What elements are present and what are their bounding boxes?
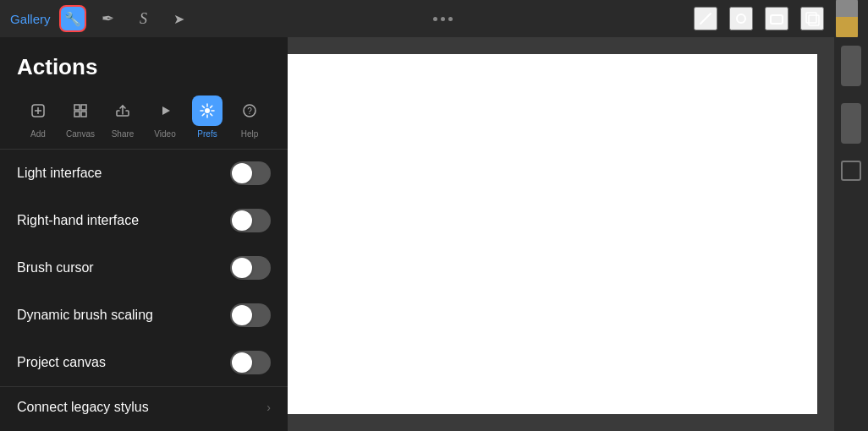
connect-stylus-item[interactable]: Connect legacy stylus › — [0, 387, 288, 428]
toggle-section: Light interface Right-hand interface Bru… — [0, 149, 288, 386]
canvas-tab-icon — [65, 95, 96, 126]
pen-tool-button[interactable] — [694, 7, 717, 30]
help-tab-label: Help — [241, 129, 259, 139]
canvas-area[interactable] — [288, 37, 834, 431]
tab-help[interactable]: ? Help — [228, 95, 271, 139]
svg-rect-4 — [809, 15, 819, 25]
brush-cursor-item: Brush cursor — [0, 244, 288, 292]
svg-line-0 — [700, 14, 711, 24]
svg-rect-8 — [74, 105, 80, 110]
prefs-tab-icon — [192, 95, 222, 126]
light-interface-item: Light interface — [0, 150, 288, 197]
brush-size-handle[interactable] — [841, 46, 861, 86]
svg-rect-2 — [771, 15, 783, 24]
light-interface-label: Light interface — [17, 166, 102, 181]
transform-button[interactable]: ➤ — [166, 5, 193, 32]
toolbar-right — [694, 0, 858, 39]
share-tab-icon — [107, 95, 138, 126]
gallery-button[interactable]: Gallery — [10, 12, 51, 26]
tab-bar: Add Canvas Share Video — [0, 89, 288, 149]
eraser-icon — [767, 9, 786, 28]
stylize-icon: S — [140, 10, 147, 28]
project-canvas-toggle[interactable] — [230, 351, 271, 374]
toolbar-center — [433, 17, 453, 21]
transform-icon: ➤ — [173, 11, 184, 27]
connect-stylus-arrow: › — [266, 401, 271, 414]
video-tab-icon — [150, 95, 180, 126]
svg-point-1 — [737, 14, 745, 23]
wrench-icon: 🔧 — [64, 11, 81, 27]
project-canvas-item: Project canvas — [0, 339, 288, 386]
dynamic-brush-toggle[interactable] — [230, 303, 271, 327]
tab-video[interactable]: Video — [144, 95, 186, 139]
right-hand-toggle[interactable] — [230, 209, 271, 232]
brush-icon — [732, 9, 750, 28]
tab-canvas[interactable]: Canvas — [59, 95, 102, 139]
tab-add[interactable]: Add — [17, 95, 59, 139]
svg-rect-11 — [81, 112, 86, 117]
share-tab-label: Share — [112, 129, 135, 139]
help-tab-icon: ? — [234, 95, 265, 126]
brush-cursor-label: Brush cursor — [17, 260, 94, 276]
toolbar: Gallery 🔧 ✒ S ➤ — [0, 0, 868, 37]
light-interface-toggle[interactable] — [230, 161, 271, 185]
svg-rect-10 — [74, 112, 80, 117]
actions-panel: Actions Add Canvas Share — [0, 37, 288, 431]
layers-icon — [803, 9, 821, 28]
video-tab-label: Video — [154, 129, 175, 139]
brush-cursor-toggle[interactable] — [230, 256, 271, 280]
wrench-button[interactable]: 🔧 — [59, 5, 86, 32]
add-tab-icon — [23, 95, 53, 126]
svg-rect-9 — [81, 105, 86, 110]
add-tab-label: Add — [30, 129, 46, 139]
color-swatches[interactable] — [836, 0, 858, 39]
svg-point-14 — [205, 108, 210, 113]
tab-share[interactable]: Share — [102, 95, 144, 139]
tab-prefs[interactable]: Prefs — [186, 95, 228, 139]
dot-3 — [448, 17, 453, 21]
right-hand-label: Right-hand interface — [17, 213, 139, 228]
main-content: Actions Add Canvas Share — [0, 37, 868, 431]
svg-rect-3 — [806, 13, 816, 23]
modify-icon: ✒ — [102, 9, 114, 28]
layers-button[interactable] — [800, 7, 824, 30]
right-hand-item: Right-hand interface — [0, 197, 288, 244]
right-sidebar — [834, 37, 868, 431]
opacity-handle[interactable] — [841, 103, 861, 144]
background-color — [836, 17, 858, 39]
brush-tool-button[interactable] — [729, 7, 753, 30]
dynamic-brush-label: Dynamic brush scaling — [17, 308, 153, 323]
actions-title: Actions — [0, 37, 288, 89]
connect-stylus-label: Connect legacy stylus — [17, 400, 149, 415]
pressure-smoothing-item[interactable]: Pressure and Smoothing › — [0, 428, 288, 431]
dynamic-brush-item: Dynamic brush scaling — [0, 292, 288, 339]
canvas-white[interactable] — [288, 54, 817, 414]
settings-list: Light interface Right-hand interface Bru… — [0, 149, 288, 431]
sidebar-square-btn[interactable] — [841, 161, 861, 181]
svg-text:?: ? — [247, 106, 252, 116]
eraser-tool-button[interactable] — [765, 7, 788, 30]
toolbar-left: Gallery 🔧 ✒ S ➤ — [10, 5, 193, 32]
dot-2 — [441, 17, 445, 21]
project-canvas-label: Project canvas — [17, 355, 106, 370]
links-section: Connect legacy stylus › Pressure and Smo… — [0, 386, 288, 431]
canvas-tab-label: Canvas — [66, 129, 95, 139]
dot-1 — [433, 17, 437, 21]
modify-button[interactable]: ✒ — [95, 5, 122, 32]
pen-icon — [696, 9, 715, 28]
prefs-tab-label: Prefs — [197, 129, 217, 139]
svg-marker-13 — [162, 106, 170, 115]
stylize-button[interactable]: S — [130, 5, 157, 32]
